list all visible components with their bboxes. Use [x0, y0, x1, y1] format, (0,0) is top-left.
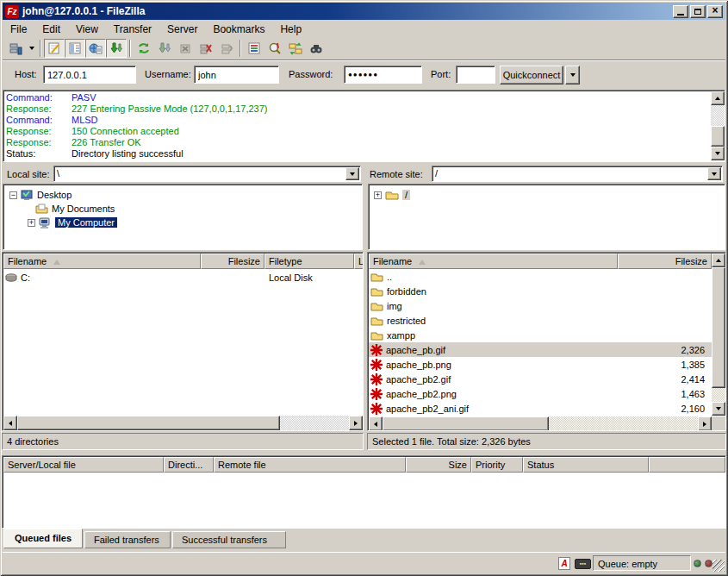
- remote-file-row[interactable]: apache_pb2.gif 2,414: [369, 372, 712, 386]
- log-scroll-down-button[interactable]: [711, 147, 725, 160]
- remote-file-row[interactable]: restricted: [369, 313, 712, 328]
- tree-item-desktop[interactable]: − Desktop: [9, 188, 72, 202]
- tree-item-my-computer[interactable]: + My Computer: [28, 216, 117, 229]
- cancel-button[interactable]: [175, 39, 196, 58]
- remote-scroll-left-button[interactable]: [369, 416, 383, 431]
- menu-edit[interactable]: Edit: [34, 22, 68, 37]
- file-name: apache_pb.gif: [386, 345, 445, 355]
- local-column-filesize[interactable]: Filesize: [201, 254, 264, 269]
- refresh-icon: [137, 41, 151, 55]
- remote-directory-tree: + /: [368, 184, 725, 250]
- toggle-transfer-queue-button[interactable]: [106, 39, 127, 58]
- reconnect-button[interactable]: [216, 39, 237, 58]
- remote-file-row[interactable]: apache_pb2.png 1,463: [369, 386, 712, 401]
- local-file-row[interactable]: C: Local Disk: [3, 270, 363, 285]
- remote-site-label: Remote site:: [370, 169, 423, 179]
- queue-column-remote-file[interactable]: Remote file: [214, 457, 406, 473]
- local-column-filetype[interactable]: Filetype: [264, 254, 354, 269]
- remote-hscrollbar-track[interactable]: [549, 416, 698, 431]
- menu-server[interactable]: Server: [159, 22, 205, 37]
- host-input[interactable]: [43, 66, 136, 84]
- remote-hscrollbar-thumb[interactable]: [383, 416, 549, 431]
- local-scroll-left-button[interactable]: [3, 416, 17, 430]
- remote-column-filename[interactable]: Filename: [369, 254, 618, 269]
- local-site-combobox[interactable]: \: [53, 166, 361, 182]
- remote-scroll-up-button[interactable]: [712, 254, 725, 267]
- quickconnect-button[interactable]: Quickconnect: [500, 66, 563, 85]
- remote-file-row[interactable]: ..: [369, 269, 712, 284]
- local-hscrollbar-thumb[interactable]: [17, 416, 280, 430]
- drive-icon: [5, 273, 17, 282]
- queue-column-priority[interactable]: Priority: [471, 457, 523, 473]
- tree-item-label: My Documents: [52, 203, 115, 214]
- queue-column-size[interactable]: Size: [406, 457, 471, 473]
- tree-item-my-documents[interactable]: My Documents: [35, 202, 115, 216]
- menu-help[interactable]: Help: [272, 22, 309, 37]
- toggle-local-tree-button[interactable]: [65, 39, 85, 58]
- remote-scroll-down-button[interactable]: [712, 402, 725, 416]
- remote-file-row[interactable]: img: [369, 298, 712, 313]
- queue-column-server-local-file[interactable]: Server/Local file: [3, 457, 164, 473]
- username-input[interactable]: [194, 66, 279, 84]
- minimize-button[interactable]: [673, 5, 688, 18]
- toggle-message-log-button[interactable]: [44, 39, 65, 58]
- remote-file-row[interactable]: apache_pb.png 1,385: [369, 357, 712, 372]
- menu-bookmarks[interactable]: Bookmarks: [205, 22, 272, 37]
- menu-transfer[interactable]: Transfer: [106, 22, 159, 37]
- remote-file-row[interactable]: xampp: [369, 328, 712, 342]
- queue-column-direction[interactable]: Directi...: [164, 457, 214, 473]
- filezilla-logo-icon: Fz: [5, 5, 19, 18]
- log-scroll-up-button[interactable]: [711, 91, 725, 105]
- directory-comparison-button[interactable]: [264, 39, 285, 58]
- refresh-button[interactable]: [134, 39, 154, 58]
- local-scroll-right-button[interactable]: [349, 416, 363, 430]
- local-directory-tree: − Desktop My Documents + My Computer: [3, 184, 363, 250]
- remote-file-row[interactable]: apache_pb2_ani.gif 2,160: [369, 401, 712, 416]
- synchronized-browsing-button[interactable]: [285, 39, 306, 58]
- toggle-remote-tree-button[interactable]: [85, 39, 106, 58]
- local-column-last-modified[interactable]: L: [354, 254, 364, 269]
- local-column-filename[interactable]: Filename: [3, 254, 201, 269]
- png-file-icon: [370, 388, 383, 400]
- disconnect-button[interactable]: [196, 39, 216, 58]
- site-manager-dropdown-button[interactable]: [26, 39, 37, 58]
- tab-successful-transfers[interactable]: Successful transfers: [172, 531, 286, 548]
- site-manager-icon: [9, 41, 22, 55]
- filter-button[interactable]: [244, 39, 264, 58]
- menu-file[interactable]: File: [3, 22, 34, 37]
- resize-grip[interactable]: [712, 560, 725, 572]
- synchronized-browsing-icon: [289, 41, 302, 55]
- remote-vscrollbar-thumb[interactable]: [712, 267, 725, 388]
- close-button[interactable]: ×: [707, 5, 723, 18]
- menu-view[interactable]: View: [68, 22, 106, 37]
- png-file-icon: [370, 359, 383, 371]
- remote-scroll-right-button[interactable]: [698, 416, 712, 431]
- tab-failed-transfers[interactable]: Failed transfers: [84, 531, 171, 548]
- site-manager-button[interactable]: [5, 39, 26, 58]
- remote-vscrollbar-track[interactable]: [712, 388, 725, 402]
- toolbar-separator: [129, 40, 131, 57]
- collapse-icon[interactable]: −: [9, 191, 17, 199]
- tree-item-root[interactable]: + /: [374, 188, 410, 202]
- tab-queued-files[interactable]: Queued files: [3, 529, 83, 548]
- local-hscrollbar-track[interactable]: [280, 416, 349, 430]
- quickconnect-dropdown-button[interactable]: [565, 66, 580, 85]
- file-size: 2,414: [619, 374, 705, 385]
- find-files-button[interactable]: [306, 39, 327, 58]
- remote-site-combobox[interactable]: /: [432, 166, 723, 182]
- maximize-button[interactable]: [690, 5, 706, 18]
- process-queue-button[interactable]: [154, 39, 175, 58]
- remote-file-row-selected[interactable]: apache_pb.gif 2,326: [369, 342, 712, 357]
- expand-icon[interactable]: +: [374, 191, 382, 199]
- log-scrollbar-thumb[interactable]: [711, 126, 725, 147]
- remote-column-filesize[interactable]: Filesize: [618, 254, 712, 269]
- remote-file-row[interactable]: forbidden: [369, 284, 712, 298]
- password-input[interactable]: [344, 66, 422, 84]
- remote-site-dropdown-button[interactable]: [707, 167, 721, 180]
- expand-icon[interactable]: +: [28, 219, 35, 227]
- port-input[interactable]: [456, 66, 495, 84]
- local-site-dropdown-button[interactable]: [345, 167, 359, 180]
- log-scrollbar-track[interactable]: [711, 105, 725, 126]
- queue-column-status[interactable]: Status: [523, 457, 649, 473]
- file-name: C:: [21, 272, 30, 283]
